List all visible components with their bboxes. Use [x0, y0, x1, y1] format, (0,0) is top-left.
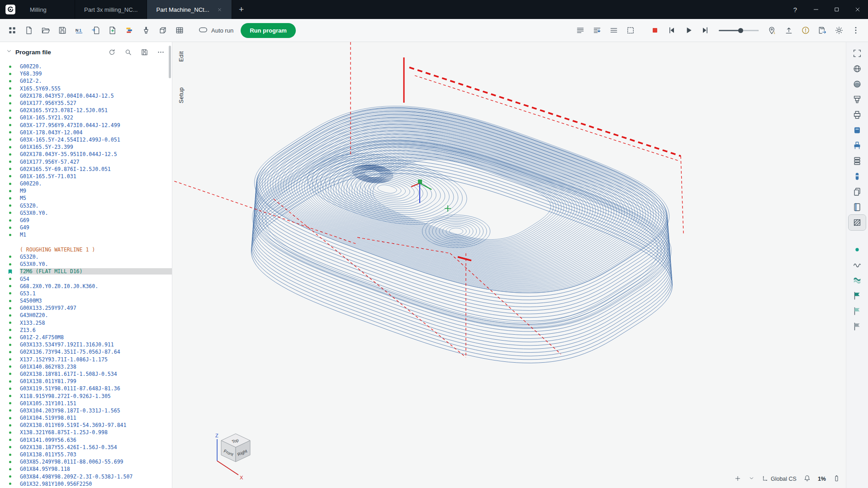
tab-close-icon[interactable] [217, 7, 223, 13]
bell-slot[interactable] [803, 474, 811, 483]
code-line[interactable]: G02X138.187Y55.426I-1.56J-0.354 [0, 444, 172, 451]
table-view-button[interactable] [172, 23, 187, 38]
code-line[interactable]: G01X177.956Y35.527 [0, 99, 172, 107]
file-import-button[interactable] [88, 23, 104, 38]
code-line[interactable]: G01X165.5Y-23.399 [0, 143, 172, 151]
sidebar-journal-button[interactable] [849, 199, 866, 215]
code-line[interactable]: ( ROUGHING WATERLINE 1 ) [0, 246, 172, 253]
sidebar-printer-button[interactable] [849, 107, 866, 123]
sidebar-flag-light-button[interactable] [849, 303, 866, 319]
refresh-button[interactable] [106, 46, 118, 58]
play-button[interactable] [681, 23, 696, 38]
code-line[interactable]: G54 [0, 275, 172, 282]
viewport-3d[interactable]: Edit Setup Top Front Right Z X Global CS… [172, 42, 846, 488]
new-tab-button[interactable]: + [232, 0, 251, 19]
code-line[interactable]: G53Z0. [0, 202, 172, 209]
view-cube[interactable]: Top Front Right Z X [214, 432, 264, 483]
sidebar-frame-corners-button[interactable] [849, 46, 866, 61]
code-line[interactable]: G02X138.011Y69.519I-54.369J-97.841 [0, 422, 172, 429]
sidebar-tool-capsule-button[interactable] [849, 169, 866, 184]
sidebar-flag-dark-button[interactable] [849, 288, 866, 303]
zoom-plus-slot[interactable] [734, 475, 741, 483]
code-line[interactable]: G53.1 [0, 290, 172, 297]
sidebar-probe-dot-button[interactable] [849, 242, 866, 257]
code-line[interactable]: G03X104.203Y98.187I-0.331J-1.565 [0, 407, 172, 414]
new-file-button[interactable] [21, 23, 37, 38]
code-line[interactable]: Z13.6 [0, 327, 172, 334]
code-list[interactable]: G00Z20.Y68.399G01Z-2.X165.5Y69.555G02X17… [0, 62, 172, 488]
code-line[interactable]: G02X136.73Y94.351I-75.056J-87.64 [0, 348, 172, 355]
goto-line-button[interactable] [589, 23, 605, 38]
tab-setup[interactable]: Setup [178, 87, 185, 103]
open-file-button[interactable] [38, 23, 53, 38]
coordinate-system-selector[interactable]: Global CS [762, 475, 797, 483]
tab-2[interactable]: Part Machine_NCt... [147, 0, 232, 19]
tab-1[interactable]: Part 3x milling_NC... [75, 0, 147, 19]
plain-list-button[interactable] [606, 23, 621, 38]
stop-button[interactable] [647, 23, 663, 38]
tool-library-button[interactable] [122, 23, 137, 38]
sidebar-globe-button[interactable] [849, 61, 866, 76]
sidebar-stock-box-button[interactable] [849, 123, 866, 138]
code-line[interactable]: G01X-165.5Y-71.031 [0, 173, 172, 180]
code-line[interactable]: G02X178.043Y57.004I0.044J-12.5 [0, 92, 172, 99]
code-line[interactable]: G01Z-2. [0, 77, 172, 85]
collapse-chevron-slot[interactable] [5, 47, 13, 57]
search-button[interactable] [122, 46, 134, 58]
code-line[interactable]: G01X84.95Y98.118 [0, 465, 172, 473]
sidebar-hatch-square-button[interactable] [849, 215, 866, 230]
code-line[interactable]: X138.321Y68.875I-1.25J-0.998 [0, 429, 172, 436]
tool-holder-button[interactable] [138, 23, 154, 38]
ellipsis-button[interactable] [155, 46, 166, 58]
code-line[interactable]: X133.258 [0, 319, 172, 327]
save-file-button[interactable] [138, 46, 150, 58]
toolpath-canvas[interactable] [172, 42, 846, 488]
skip-start-button[interactable] [664, 23, 679, 38]
code-line[interactable]: G68.2X0.Y0.Z0.I0.J0.K360. [0, 283, 172, 290]
code-line[interactable]: G00X133.259Y97.497 [0, 304, 172, 312]
close-button[interactable] [847, 0, 868, 19]
sidebar-flag-gray-button[interactable] [849, 319, 866, 334]
code-line[interactable]: G01X140.862Y83.238 [0, 363, 172, 370]
code-line[interactable]: G01X105.31Y101.151 [0, 400, 172, 407]
code-line[interactable]: M5 [0, 194, 172, 202]
save-export-button[interactable] [815, 23, 830, 38]
file-export-button[interactable] [105, 23, 120, 38]
code-line[interactable]: S4500M3 [0, 297, 172, 304]
maximize-button[interactable] [826, 0, 847, 19]
code-line[interactable]: G03X-165.5Y-24.554I12.499J-0.051 [0, 136, 172, 143]
code-line[interactable]: G00Z20. [0, 63, 172, 70]
sidebar-copy-pages-button[interactable] [849, 184, 866, 199]
warning-button[interactable] [798, 23, 813, 38]
code-line[interactable]: G01X-165.5Y21.922 [0, 114, 172, 121]
code-line[interactable]: G02X165.5Y-69.876I-12.5J0.051 [0, 166, 172, 173]
renumber-n1-button[interactable]: N1 [71, 23, 87, 38]
code-line[interactable]: G00Z20. [0, 180, 172, 187]
sidebar-machine-head-button[interactable] [849, 92, 866, 107]
code-line[interactable]: G01X141.099Y56.636 [0, 436, 172, 444]
code-line[interactable]: G69 [0, 217, 172, 224]
skip-end-button[interactable] [697, 23, 713, 38]
frame-select-button[interactable] [623, 23, 638, 38]
run-program-button[interactable]: Run program [241, 23, 296, 38]
sidebar-ribbon-button[interactable] [849, 273, 866, 288]
code-line[interactable] [0, 239, 172, 246]
sidebar-fixture-button[interactable] [849, 138, 866, 153]
code-line[interactable]: G01X104.519Y98.011 [0, 414, 172, 422]
code-line[interactable]: G49 [0, 224, 172, 231]
tab-0[interactable]: Milling [21, 0, 75, 19]
code-line[interactable]: G03X85.249Y98.011I-88.006J-55.699 [0, 458, 172, 465]
help-button[interactable]: ? [785, 0, 806, 19]
code-line[interactable]: G53X0.Y0. [0, 261, 172, 268]
chevron-slot[interactable] [748, 475, 755, 483]
save-file-button[interactable] [55, 23, 70, 38]
auto-run-toggle[interactable]: Auto run [198, 25, 233, 36]
code-line[interactable]: Y68.399 [0, 70, 172, 77]
code-line[interactable]: G03X133.534Y97.192I1.316J0.911 [0, 341, 172, 348]
code-line[interactable]: G01X-178.043Y-12.004 [0, 129, 172, 136]
app-logo[interactable] [0, 0, 21, 19]
code-line[interactable]: G02X138.18Y81.617I-1.508J-0.534 [0, 370, 172, 378]
code-line[interactable]: M9 [0, 187, 172, 194]
program-list-button[interactable] [573, 23, 588, 38]
code-line[interactable]: X137.152Y93.71I-1.086J-1.175 [0, 356, 172, 363]
